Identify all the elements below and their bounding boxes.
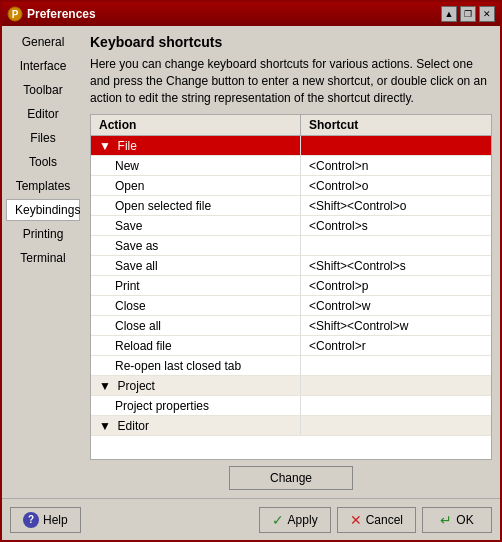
row-shortcut — [301, 136, 491, 155]
row-shortcut: <Control>o — [301, 176, 491, 195]
content-description: Here you can change keyboard shortcuts f… — [90, 56, 492, 106]
table-row[interactable]: ▼ Project — [91, 376, 491, 396]
shortcuts-table: Action Shortcut ▼ File New <Control>n — [90, 114, 492, 460]
bottom-right: ✓ Apply ✕ Cancel ↵ OK — [259, 507, 492, 533]
row-shortcut — [301, 356, 491, 375]
row-action: Print — [91, 276, 301, 295]
table-row[interactable]: ▼ Editor — [91, 416, 491, 436]
table-body[interactable]: ▼ File New <Control>n Open <Control>o — [91, 136, 491, 459]
table-row[interactable]: Reload file <Control>r — [91, 336, 491, 356]
minimize-button[interactable]: ▲ — [441, 6, 457, 22]
sidebar: General Interface Toolbar Editor Files T… — [2, 26, 84, 498]
change-button[interactable]: Change — [229, 466, 353, 490]
table-row[interactable]: Print <Control>p — [91, 276, 491, 296]
content-title: Keyboard shortcuts — [90, 34, 492, 50]
row-shortcut — [301, 376, 491, 395]
row-shortcut — [301, 416, 491, 435]
bottom-left: ? Help — [10, 507, 81, 533]
sidebar-item-editor[interactable]: Editor — [6, 103, 80, 125]
row-shortcut: <Shift><Control>o — [301, 196, 491, 215]
sidebar-item-printing[interactable]: Printing — [6, 223, 80, 245]
row-action: Close — [91, 296, 301, 315]
apply-button[interactable]: ✓ Apply — [259, 507, 331, 533]
row-action: Save all — [91, 256, 301, 275]
title-bar-left: P Preferences — [7, 6, 96, 22]
ok-icon: ↵ — [440, 512, 452, 528]
restore-button[interactable]: ❐ — [460, 6, 476, 22]
change-button-row: Change — [90, 466, 492, 490]
help-button[interactable]: ? Help — [10, 507, 81, 533]
table-row[interactable]: Save <Control>s — [91, 216, 491, 236]
table-row[interactable]: New <Control>n — [91, 156, 491, 176]
sidebar-item-toolbar[interactable]: Toolbar — [6, 79, 80, 101]
row-action: Save as — [91, 236, 301, 255]
header-shortcut: Shortcut — [301, 115, 491, 135]
row-shortcut: <Control>n — [301, 156, 491, 175]
bottom-bar: ? Help ✓ Apply ✕ Cancel ↵ OK — [2, 498, 500, 540]
sidebar-item-templates[interactable]: Templates — [6, 175, 80, 197]
table-row[interactable]: Re-open last closed tab — [91, 356, 491, 376]
row-shortcut — [301, 236, 491, 255]
header-action: Action — [91, 115, 301, 135]
row-shortcut: <Control>p — [301, 276, 491, 295]
table-row[interactable]: ▼ File — [91, 136, 491, 156]
row-action: ▼ Editor — [91, 416, 301, 435]
close-button[interactable]: ✕ — [479, 6, 495, 22]
apply-icon: ✓ — [272, 512, 284, 528]
sidebar-item-tools[interactable]: Tools — [6, 151, 80, 173]
sidebar-item-terminal[interactable]: Terminal — [6, 247, 80, 269]
table-header: Action Shortcut — [91, 115, 491, 136]
window-title: Preferences — [27, 7, 96, 21]
row-action: ▼ File — [91, 136, 301, 155]
app-icon: P — [7, 6, 23, 22]
row-action: Close all — [91, 316, 301, 335]
row-action: New — [91, 156, 301, 175]
help-label: Help — [43, 513, 68, 527]
sidebar-item-interface[interactable]: Interface — [6, 55, 80, 77]
title-bar: P Preferences ▲ ❐ ✕ — [2, 2, 500, 26]
row-shortcut: <Control>w — [301, 296, 491, 315]
row-shortcut: <Shift><Control>w — [301, 316, 491, 335]
row-shortcut: <Control>s — [301, 216, 491, 235]
row-shortcut — [301, 396, 491, 415]
title-bar-buttons: ▲ ❐ ✕ — [441, 6, 495, 22]
preferences-window: P Preferences ▲ ❐ ✕ General Interface To… — [0, 0, 502, 542]
svg-text:P: P — [12, 9, 19, 20]
row-action: Open selected file — [91, 196, 301, 215]
row-action: ▼ Project — [91, 376, 301, 395]
window-body: General Interface Toolbar Editor Files T… — [2, 26, 500, 498]
help-icon: ? — [23, 512, 39, 528]
table-row[interactable]: Project properties — [91, 396, 491, 416]
row-action: Project properties — [91, 396, 301, 415]
table-row[interactable]: Save as — [91, 236, 491, 256]
sidebar-item-files[interactable]: Files — [6, 127, 80, 149]
row-action: Re-open last closed tab — [91, 356, 301, 375]
cancel-icon: ✕ — [350, 512, 362, 528]
row-action: Reload file — [91, 336, 301, 355]
ok-label: OK — [456, 513, 473, 527]
row-action: Open — [91, 176, 301, 195]
table-row[interactable]: Save all <Shift><Control>s — [91, 256, 491, 276]
sidebar-item-keybindings[interactable]: Keybindings — [6, 199, 80, 221]
apply-label: Apply — [288, 513, 318, 527]
row-shortcut: <Shift><Control>s — [301, 256, 491, 275]
cancel-button[interactable]: ✕ Cancel — [337, 507, 416, 533]
table-row[interactable]: Close all <Shift><Control>w — [91, 316, 491, 336]
sidebar-item-general[interactable]: General — [6, 31, 80, 53]
table-row[interactable]: Open <Control>o — [91, 176, 491, 196]
ok-button[interactable]: ↵ OK — [422, 507, 492, 533]
row-action: Save — [91, 216, 301, 235]
row-shortcut: <Control>r — [301, 336, 491, 355]
table-row[interactable]: Open selected file <Shift><Control>o — [91, 196, 491, 216]
cancel-label: Cancel — [366, 513, 403, 527]
content-area: Keyboard shortcuts Here you can change k… — [84, 26, 500, 498]
table-row[interactable]: Close <Control>w — [91, 296, 491, 316]
